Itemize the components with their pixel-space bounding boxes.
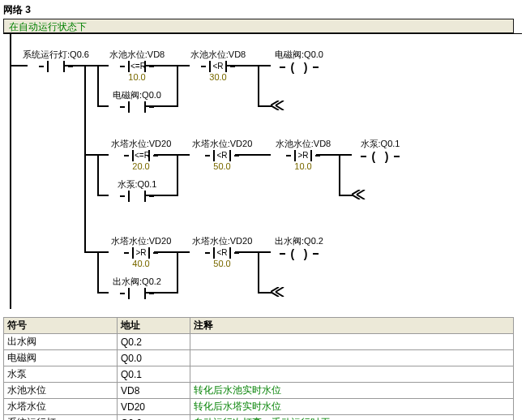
table-header-row: 符号 地址 注释 (4, 318, 514, 334)
col-address: 地址 (118, 318, 190, 334)
col-comment: 注释 (190, 318, 514, 334)
table-row: 出水阀Q0.2 (4, 334, 514, 350)
table-row: 系统运行灯Q0.6自动运行次灯亮，手动运行时灭 (4, 415, 514, 421)
r2-continuation-icon (352, 190, 366, 198)
r1-parallel-solenoid: 电磁阀:Q0.0 (100, 89, 173, 113)
r3-continuation-icon (271, 287, 285, 295)
table-row: 电磁阀Q0.0 (4, 350, 514, 366)
r3-coil-outlet: 出水阀:Q0.2 ( ) (263, 235, 336, 260)
r1-coil-solenoid: 电磁阀:Q0.0 ( ) (263, 49, 336, 74)
table-row: 水泵Q0.1 (4, 366, 514, 383)
r3-parallel-outlet: 出水阀:Q0.2 (100, 276, 173, 299)
r1-contact-sysrun: 系统运行灯:Q0.6 (19, 49, 92, 72)
r2-coil-pump: 水泵:Q0.1 ( ) (344, 138, 417, 163)
symbol-table: 符号 地址 注释 出水阀Q0.2 电磁阀Q0.0 水泵Q0.1 水池水位VD8转… (3, 317, 514, 420)
network-title: 网络 3 (3, 3, 523, 17)
r1-continuation-icon (271, 101, 285, 109)
r2-parallel-pump: 水泵:Q0.1 (100, 178, 173, 202)
col-symbol: 符号 (4, 318, 118, 334)
table-row: 水池水位VD8转化后水池实时水位 (4, 383, 514, 399)
network-comment: 在自动运行状态下 (3, 19, 514, 33)
ladder-diagram: 系统运行灯:Q0.6 水池水位:VD8 <=R 10.0 水池水位:VD8 <R… (3, 33, 522, 309)
table-row: 水塔水位VD20转化后水塔实时水位 (4, 399, 514, 415)
